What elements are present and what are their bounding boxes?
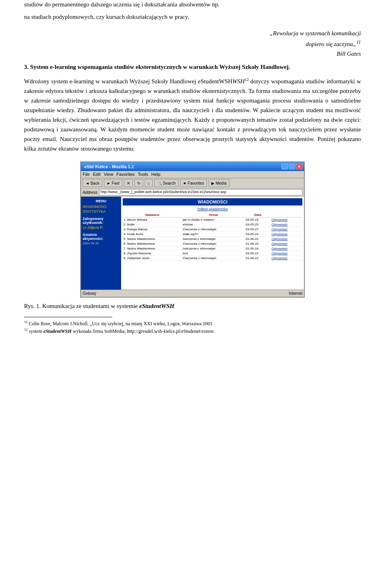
table-row: 1. Abcze Włoska jak to działa z mailami … <box>123 217 302 222</box>
win-main-content: WIADOMOŚCI Odbiór wiadomości Nadawca Tem… <box>121 197 304 297</box>
cell-nadawca: 9. Zabłański Józef <box>123 256 182 260</box>
cell-temat: Ćwiczenia z informatyki <box>182 256 245 260</box>
cell-data: 03-05-27 <box>245 227 271 232</box>
cell-status[interactable]: Odpowiedz <box>271 217 302 222</box>
quote-superscript: 11 <box>356 39 361 45</box>
footnote12-text1: system <box>28 328 43 334</box>
cell-temat: jak to działa z mailami <box>182 217 245 222</box>
cell-data: 03-05-24 <box>245 232 271 236</box>
intro-paragraph-1: studiów do permanentnego dalszego uczeni… <box>24 0 361 9</box>
table-row: 7. Nedra Władismirew ćwiczenia z informa… <box>123 246 302 251</box>
quote-author-text: Bill Gates <box>337 50 361 57</box>
statusbar-zone: Internet <box>289 291 302 296</box>
cell-status[interactable]: Odpowiedz <box>271 227 302 232</box>
col-action <box>271 213 302 217</box>
menu-favorites[interactable]: Favorites <box>116 172 134 177</box>
footnote12-em: eStudentWSH <box>43 328 71 334</box>
col-temat: Temat <box>182 213 245 217</box>
sidebar-item-wiadomosci[interactable]: WIADOMOŚCI <box>83 205 120 209</box>
favorites-button[interactable]: ★ Favorites <box>180 179 207 187</box>
footnote11-num: 11 <box>24 320 28 324</box>
main-paragraph: Wdrożony system e-learning w warunkach W… <box>24 77 361 153</box>
menu-tools[interactable]: Tools <box>138 172 148 177</box>
win-addressbar: Address http://www._(www_)_poblet.wsh-ki… <box>81 189 304 197</box>
quote-line1: „Rewolucja w systemach komunikacji <box>24 28 361 38</box>
cell-data: 03-05-19 <box>245 217 271 222</box>
minimize-button[interactable]: _ <box>282 164 288 169</box>
menu-file[interactable]: File <box>83 172 90 177</box>
para1-sup: 12 <box>245 77 249 82</box>
main-header: WIADOMOŚCI <box>123 198 302 205</box>
win-sidebar: MENU WIADOMOŚCI STATYSTYKA Zalogowanyuży… <box>81 197 121 297</box>
para1-start: Wdrożony system e-learning w warunkach W… <box>24 78 361 152</box>
footnote12-text2: wykonała firma SoftMedia, http://grendel… <box>71 328 213 334</box>
intro-text-2: na studiach podyplomowych, czy kursach d… <box>24 14 189 20</box>
screenshot-container: eStd Kielce - Mozilla 1.1 _ □ ✕ File Edi… <box>24 161 361 298</box>
stop-button[interactable]: ✕ <box>124 179 133 187</box>
cell-nadawca: 7. Nedra Władismirew <box>123 246 182 251</box>
cell-nadawca: 4. Kosik Anna <box>123 232 182 236</box>
win-statusbar: Gotowy Internet <box>81 290 304 297</box>
quote-block: „Rewolucja w systemach komunikacji dopie… <box>24 28 361 58</box>
cell-status[interactable]: Odpowiedz <box>271 246 302 251</box>
cell-temat: Idała się!!!! <box>182 232 245 236</box>
menu-help[interactable]: Help <box>151 172 160 177</box>
fig-caption-em: eStudentWSH <box>139 303 174 309</box>
sidebar-item-statystyka[interactable]: STATYSTYKA <box>83 209 120 213</box>
win-body: MENU WIADOMOŚCI STATYSTYKA Zalogowanyuży… <box>81 197 304 297</box>
cell-status[interactable]: Odpowiedz <box>271 256 302 260</box>
cell-temat: Ćwiczenie z informatyki <box>182 227 245 232</box>
messages-table: Nadawca Temat Data 1. Abcze Włoska jak t… <box>123 213 302 261</box>
close-button[interactable]: ✕ <box>296 164 302 169</box>
cell-nadawca: 5. Nedra Władismirew <box>123 236 182 241</box>
cell-data: 01-06-20 <box>245 241 271 246</box>
cell-data: 03-05-25 <box>245 222 271 227</box>
menu-edit[interactable]: Edit <box>93 172 101 177</box>
para1-cont: dotyczy wspomagania studiów informatyki … <box>24 78 361 152</box>
back-button[interactable]: ◄ Back <box>83 179 102 187</box>
table-row: 8. Zrposki Marzena test 03-05-22 Odpowie… <box>123 251 302 256</box>
cell-nadawca: 6. Nedra Władismirew <box>123 241 182 246</box>
cell-temat: test <box>182 251 245 256</box>
cell-temat: ćwiczenia z informatyki <box>182 236 245 241</box>
cell-status[interactable]: Odpowiedz <box>271 251 302 256</box>
maximize-button[interactable]: □ <box>289 164 295 169</box>
messages-link-text: Odbiór wiadomości <box>197 207 228 211</box>
search-button[interactable]: 🔍 Search <box>154 179 178 187</box>
win-titlebar: eStd Kielce - Mozilla 1.1 _ □ ✕ <box>81 162 304 171</box>
cell-data: 01-06-22 <box>245 256 271 260</box>
refresh-button[interactable]: ↻ <box>134 179 143 187</box>
table-row: 5. Nedra Władismirew ćwiczenia z informa… <box>123 236 302 241</box>
cell-status[interactable]: Odpowiedz <box>271 241 302 246</box>
cell-status[interactable]: Odpowiedz <box>271 232 302 236</box>
table-header-row: Nadawca Temat Data <box>123 213 302 217</box>
footnote-divider <box>24 317 112 317</box>
win-controls[interactable]: _ □ ✕ <box>282 164 302 169</box>
cell-status[interactable]: Odpowiedz <box>271 236 302 241</box>
sidebar-menu-title: MENU <box>83 199 120 203</box>
table-row: 2. Anilkr ericinia 03-05-25 Odpowiedz <box>123 222 302 227</box>
table-row: 6. Nedra Władismirew Ćwiczenia z informa… <box>123 241 302 246</box>
footnote-12: 12 system eStudentWSH wykonała firma Sof… <box>24 327 361 335</box>
quote-text-2: dopiero się zaczyna„ <box>306 41 356 47</box>
table-row: 4. Kosik Anna Idała się!!!! 03-05-24 Odp… <box>123 232 302 236</box>
home-button[interactable]: ⌂ <box>145 179 153 187</box>
para1-text: Wdrożony system e-learning w warunkach W… <box>24 78 232 85</box>
col-nadawca: Nadawca <box>123 213 182 217</box>
cell-nadawca: 1. Abcze Włoska <box>123 217 182 222</box>
cell-status[interactable]: Odpowiedz <box>271 222 302 227</box>
win-title-text: eStd Kielce - Mozilla 1.1 <box>83 164 282 169</box>
forward-button[interactable]: ► Fwd <box>104 179 122 187</box>
cell-nadawca: 8. Zrposki Marzena <box>123 251 182 256</box>
col-data: Data <box>245 213 271 217</box>
media-button[interactable]: ▶ Media <box>209 179 229 187</box>
address-field[interactable]: http://www._(www_)_poblet.wsh-kielce.pl/… <box>99 189 302 195</box>
menu-view[interactable]: View <box>104 172 113 177</box>
cell-temat: ćwiczenia z informatyki <box>182 246 245 251</box>
footnote-11: 11 Colin Rose, Malcom J.Nicholl, „Ucz si… <box>24 320 361 327</box>
fig-caption: Rys. 1. Komunikacja ze studentami w syst… <box>24 302 361 311</box>
cell-temat: Ćwiczenia z informatyki <box>182 241 245 246</box>
statusbar-text: Gotowy <box>83 291 289 296</box>
messages-link[interactable]: Odbiór wiadomości <box>123 207 302 211</box>
cell-temat: ericinia <box>182 222 245 227</box>
